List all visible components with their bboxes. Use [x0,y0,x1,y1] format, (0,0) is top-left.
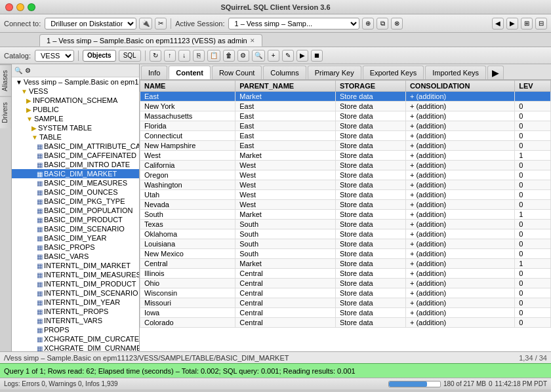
tree-table-node[interactable]: ▦BASIC_DIM_YEAR [12,233,139,243]
col-parent[interactable]: PARENT_NAME [235,81,336,92]
disconnect-button[interactable]: ✂ [155,18,167,29]
toolbar-stop[interactable]: ⏹ [311,50,323,62]
table-row[interactable]: Colorado Central Store data + (addition)… [140,318,551,328]
tree-table-node[interactable]: ▦BASIC_PROPS [12,243,139,252]
toolbar-btn1[interactable]: ◀ [492,18,504,29]
toolbar-edit[interactable]: ✎ [282,50,294,62]
tree-root-node[interactable]: ▼ Vess simp – Sample.Basic on epm11123 [12,77,139,87]
tree-table-node[interactable]: ▦BASIC_DIM_OUNCES [12,187,139,197]
table-row[interactable]: California West Store data + (addition) … [140,161,551,170]
tree-node-public[interactable]: ▶ PUBLIC [12,105,139,114]
table-row[interactable]: Ohio Central Store data + (addition) 0 [140,279,551,288]
tab-info[interactable]: Info [141,66,167,79]
toolbar-btn2[interactable]: ▶ [506,18,518,29]
session-tab[interactable]: 1 – Vess simp – Sample.Basic on epm11123… [39,34,262,47]
tree-table-node[interactable]: ▦BASIC_DIM_SCENARIO [12,224,139,233]
tree-node-system-table[interactable]: ▶ SYSTEM TABLE [12,123,139,132]
toolbar-down[interactable]: ↓ [178,50,190,62]
close-session-button[interactable]: ⊗ [391,18,403,29]
tab-imported-keys[interactable]: Imported Keys [425,66,486,79]
toolbar-filter[interactable]: ⚙ [237,50,249,62]
maximize-button[interactable] [28,3,35,11]
col-storage[interactable]: STORAGE [335,81,405,92]
tree-node-info-schema[interactable]: ▶ INFORMATION_SCHEMA [12,96,139,105]
table-row[interactable]: Oregon West Store data + (addition) 0 [140,170,551,180]
toolbar-refresh[interactable]: ↻ [150,50,161,62]
col-consolidation[interactable]: CONSOLIDATION [405,81,514,92]
copy-session-button[interactable]: ⧉ [377,18,388,29]
table-row[interactable]: New York East Store data + (addition) 0 [140,102,551,111]
toolbar-btn3[interactable]: ⊞ [521,18,533,29]
table-row[interactable]: Utah West Store data + (addition) 0 [140,190,551,200]
table-row[interactable]: Connecticut East Store data + (addition)… [140,131,551,141]
tree-table-node[interactable]: ▦PROPS [12,325,139,334]
toolbar-copy[interactable]: ⎘ [193,50,205,62]
tree-table-node[interactable]: ▦BASIC_DIM_PRODUCT [12,215,139,224]
session-combo[interactable]: 1 – Vess simp – Samp... [228,18,359,29]
tab-exported-keys[interactable]: Exported Keys [363,66,424,79]
toolbar-up[interactable]: ↑ [164,50,176,62]
table-row[interactable]: Illinois Central Store data + (addition)… [140,269,551,279]
tree-table-node[interactable]: ▦XCHGRATE_DIM_CURCATEGORY [12,334,139,343]
new-session-button[interactable]: ⊕ [362,18,374,29]
session-tab-close[interactable]: ✕ [250,37,255,44]
tree-table-node[interactable]: ▦INTERNTL_DIM_YEAR [12,298,139,307]
table-row[interactable]: Wisconsin Central Store data + (addition… [140,288,551,298]
table-row[interactable]: Texas South Store data + (addition) 0 [140,220,551,229]
table-row[interactable]: Massachusetts East Store data + (additio… [140,111,551,121]
tree-table-node[interactable]: ▦BASIC_DIM_ATTRIBUTE_CALCULATIONS [12,142,139,151]
table-row[interactable]: East Market Store data + (addition) [140,92,551,102]
tree-node-sample[interactable]: ▼ SAMPLE [12,114,139,123]
connect-button[interactable]: 🔌 [139,18,152,29]
connect-combo[interactable]: Drilluser on Diskstation [45,18,136,29]
catalog-combo[interactable]: VESS [35,50,74,62]
tree-table-node[interactable]: ▦BASIC_DIM_MEASURES [12,178,139,187]
table-row[interactable]: Florida East Store data + (addition) 0 [140,121,551,131]
table-row[interactable]: New Hampshire East Store data + (additio… [140,141,551,151]
toolbar-btn4[interactable]: ⊟ [535,18,547,29]
close-button[interactable] [5,3,13,11]
tree-table-node[interactable]: ▦BASIC_DIM_PKG_TYPE [12,197,139,206]
table-row[interactable]: Iowa Central Store data + (addition) 0 [140,308,551,318]
table-row[interactable]: Central Market Store data + (addition) 1 [140,259,551,269]
table-row[interactable]: West Market Store data + (addition) 1 [140,151,551,161]
toolbar-paste[interactable]: 📋 [207,50,220,62]
toolbar-delete[interactable]: 🗑 [223,50,235,62]
toolbar-search[interactable]: 🔍 [252,50,265,62]
tree-table-node[interactable]: ▦INTERNTL_DIM_PRODUCT [12,279,139,288]
table-row[interactable]: Washington West Store data + (addition) … [140,180,551,190]
table-row[interactable]: South Market Store data + (addition) 1 [140,210,551,220]
tree-table-node[interactable]: ▦BASIC_VARS [12,252,139,261]
objects-tab-btn[interactable]: Objects [83,50,116,62]
tab-primary-key[interactable]: Primary Key [308,66,361,79]
col-name[interactable]: NAME [140,81,235,92]
tree-node-vess[interactable]: ▼ VESS [12,87,139,96]
tree-table-node[interactable]: ▦BASIC_DIM_POPULATION [12,206,139,215]
minimize-button[interactable] [16,3,24,11]
tree-node-table[interactable]: ▼ TABLE [12,132,139,142]
tab-more[interactable]: ▶ [487,66,504,79]
tree-table-node[interactable]: ▦BASIC_DIM_INTRO DATE [12,160,139,169]
table-row[interactable]: Nevada West Store data + (addition) 0 [140,200,551,210]
sql-tab-btn[interactable]: SQL [119,50,141,62]
drivers-tab[interactable]: Drivers [0,96,11,128]
tree-table-node[interactable]: ▦BASIC_DIM_MARKET [12,169,139,178]
tree-table-node[interactable]: ▦INTERNTL_VARS [12,316,139,325]
toolbar-new[interactable]: + [268,50,279,62]
table-row[interactable]: New Mexico South Store data + (addition)… [140,249,551,259]
table-row[interactable]: Missouri Central Store data + (addition)… [140,298,551,308]
col-lev[interactable]: LEV [515,81,551,92]
toolbar-execute[interactable]: ▶ [296,50,308,62]
table-row[interactable]: Oklahoma South Store data + (addition) 0 [140,229,551,239]
table-row[interactable]: Louisiana South Store data + (addition) … [140,239,551,249]
tree-table-node[interactable]: ▦BASIC_DIM_CAFFEINATED [12,151,139,160]
tab-content[interactable]: Content [169,66,211,79]
tree-table-node[interactable]: ▦INTERNTL_DIM_MARKET [12,261,139,270]
tree-table-node[interactable]: ▦INTERNTL_DIM_MEASURES [12,270,139,279]
tree-table-node[interactable]: ▦INTERNTL_DIM_SCENARIO [12,288,139,298]
tab-columns[interactable]: Columns [263,66,306,79]
tree-table-node[interactable]: ▦XCHGRATE_DIM_CURNAME [12,343,139,351]
tab-row-count[interactable]: Row Count [212,66,262,79]
aliases-tab[interactable]: Aliases [0,64,11,96]
tree-table-node[interactable]: ▦INTERNTL_PROPS [12,307,139,316]
